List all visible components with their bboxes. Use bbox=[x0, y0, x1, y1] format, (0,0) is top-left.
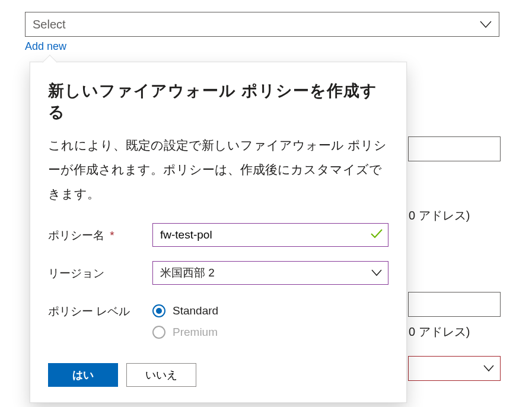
callout-button-row: はい いいえ bbox=[48, 363, 388, 387]
radio-icon bbox=[152, 304, 165, 317]
checkmark-icon bbox=[371, 229, 383, 241]
field-region: リージョン 米国西部 2 bbox=[48, 261, 388, 285]
policy-name-label: ポリシー名 * bbox=[48, 223, 152, 243]
radio-icon bbox=[152, 326, 165, 339]
required-asterisk: * bbox=[110, 229, 114, 241]
background-dropdown-1[interactable] bbox=[408, 136, 501, 161]
region-select-value: 米国西部 2 bbox=[160, 265, 215, 281]
chevron-down-icon bbox=[371, 269, 382, 276]
policy-tier-radio-premium: Premium bbox=[152, 322, 388, 343]
policy-tier-label: ポリシー レベル bbox=[48, 299, 152, 319]
radio-label-premium: Premium bbox=[173, 326, 218, 339]
firewall-policy-select[interactable]: Select bbox=[25, 12, 499, 37]
policy-name-label-text: ポリシー名 bbox=[48, 229, 104, 241]
background-address-hint-2: 0 アドレス) bbox=[409, 324, 504, 340]
chevron-down-icon bbox=[483, 365, 494, 372]
callout-title: 新しいファイアウォール ポリシーを作成する bbox=[48, 80, 388, 123]
policy-tier-radio-standard[interactable]: Standard bbox=[152, 300, 388, 322]
region-select[interactable]: 米国西部 2 bbox=[152, 261, 388, 285]
radio-label-standard: Standard bbox=[173, 304, 218, 317]
add-new-link[interactable]: Add new bbox=[25, 40, 66, 53]
background-address-hint-1: 0 アドレス) bbox=[409, 208, 504, 224]
no-button[interactable]: いいえ bbox=[126, 363, 196, 387]
create-firewall-policy-callout: 新しいファイアウォール ポリシーを作成する これにより、既定の設定で新しいファイ… bbox=[30, 62, 407, 403]
callout-description: これにより、既定の設定で新しいファイアウォール ポリシーが作成されます。ポリシー… bbox=[48, 133, 388, 206]
background-dropdown-error[interactable] bbox=[408, 356, 501, 381]
field-policy-name: ポリシー名 * bbox=[48, 223, 388, 247]
yes-button[interactable]: はい bbox=[48, 363, 118, 387]
field-policy-tier: ポリシー レベル Standard Premium bbox=[48, 299, 388, 343]
background-dropdown-2[interactable] bbox=[408, 292, 501, 317]
chevron-down-icon bbox=[480, 21, 492, 28]
select-placeholder: Select bbox=[33, 18, 66, 31]
region-label: リージョン bbox=[48, 261, 152, 281]
policy-name-input[interactable] bbox=[152, 223, 388, 247]
